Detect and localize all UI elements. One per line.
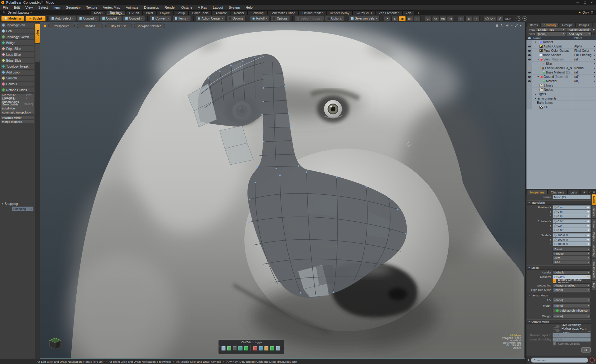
tab-animate[interactable]: Animate: [212, 11, 230, 15]
re-button[interactable]: RE: [440, 16, 446, 21]
expander-icon[interactable]: ▼ +: [535, 41, 539, 43]
effect-cell[interactable]: Final Color: [573, 49, 594, 52]
position-z-field[interactable]: 0 m●◆: [553, 214, 591, 218]
more-dots[interactable]: ...: [588, 329, 591, 332]
tool-retopo-guides[interactable]: Retopo Guides: [1, 87, 34, 93]
e-button[interactable]: E: [465, 16, 472, 21]
visibility-eye-icon[interactable]: [526, 75, 532, 79]
visibility-cell[interactable]: [526, 40, 532, 44]
effect-caret-icon[interactable]: ▾: [594, 71, 596, 74]
popout-icon[interactable]: ⤢: [589, 190, 591, 194]
effect-caret-icon[interactable]: ▾: [594, 80, 596, 82]
p-button[interactable]: P: [458, 16, 465, 21]
visibility-cell[interactable]: [526, 88, 532, 92]
tab-game-tools[interactable]: Game Tools: [188, 11, 212, 15]
menu-system[interactable]: System: [226, 6, 243, 9]
menu-vray[interactable]: V-Ray: [195, 6, 210, 9]
tab-zen-presenter[interactable]: Zen Presenter: [376, 11, 402, 15]
action-center-button[interactable]: Action Center▾: [195, 16, 225, 21]
tab-scripting[interactable]: Scripting: [248, 11, 267, 15]
shader-tree-empty-area[interactable]: [526, 109, 596, 189]
tab-shading[interactable]: Shading: [541, 23, 559, 27]
effect-caret-icon[interactable]: ▾: [594, 58, 596, 61]
menu-vertex-map[interactable]: Vertex Map: [100, 6, 123, 9]
effect-cell[interactable]: Normal: [573, 66, 594, 70]
assign-material-button[interactable]: Assign Material: [567, 27, 591, 32]
effect-cell[interactable]: Alpha: [573, 45, 594, 48]
effect-caret-icon[interactable]: ▾: [594, 63, 596, 65]
render-dropdown[interactable]: Default: [553, 270, 591, 275]
tray-tool-icon-6[interactable]: [253, 346, 257, 351]
tool-add-loop[interactable]: Add Loop: [1, 69, 34, 75]
rotation-z-field[interactable]: 0.0 °●◆: [553, 228, 591, 232]
cmd-subdivide[interactable]: Subdivide: [1, 106, 34, 110]
tray-tool-icon-10[interactable]: [276, 346, 280, 351]
viewport-3d[interactable]: Perspective Shaded Ray GL: Off Viewport …: [40, 22, 525, 359]
side-tab-mesh[interactable]: Mesh: [592, 194, 596, 205]
ti-button[interactable]: TI: [414, 16, 421, 21]
add-morph-influence-button[interactable]: Add Morph Influence: [553, 308, 591, 313]
name-column-header[interactable]: Name: [532, 36, 574, 40]
visibility-eye-icon[interactable]: [526, 49, 532, 53]
viewport-menu-icon[interactable]: ▾: [520, 24, 522, 28]
freeze-dropdown[interactable]: Freeze: [553, 251, 591, 256]
tab-images[interactable]: Images: [576, 23, 592, 27]
menu-file[interactable]: File: [0, 6, 11, 9]
convert-button-3[interactable]: Convert▾: [123, 16, 145, 21]
reset-dropdown[interactable]: Reset: [553, 247, 591, 251]
effect-caret-icon[interactable]: ▾: [594, 50, 596, 52]
visibility-cell[interactable]: [526, 101, 532, 105]
uv-dropdown[interactable]: (none): [553, 298, 591, 302]
side-tab-curve[interactable]: Curve: [592, 219, 596, 230]
tool-loop-slice[interactable]: Loop Slice: [1, 52, 34, 57]
menu-item[interactable]: Item: [51, 6, 63, 9]
tab-octanerender[interactable]: OctaneRender: [299, 11, 326, 15]
expander-icon[interactable]: ▼: [537, 58, 539, 60]
tree-row-alpha-output[interactable]: Alpha Output Alpha▾: [526, 44, 596, 49]
smoothing-dropdown[interactable]: Always Enabled: [553, 283, 591, 288]
tool-topology-pen[interactable]: Topology Pen: [1, 22, 34, 28]
tool-contour[interactable]: Contour: [1, 81, 34, 87]
gear-icon[interactable]: ⚙: [590, 11, 594, 15]
transform-section-header[interactable]: ▼Transform: [527, 200, 591, 205]
menu-octane[interactable]: Octane: [178, 6, 195, 9]
paint-brush-icon[interactable]: ✎: [526, 66, 532, 70]
model-mode-button[interactable]: Model ▦: [1, 16, 24, 21]
items-button[interactable]: Items▾: [172, 16, 191, 21]
expander-icon[interactable]: ►: [535, 93, 537, 95]
tree-row-library[interactable]: Library: [526, 83, 596, 88]
visibility-cell[interactable]: [526, 83, 532, 87]
snapping-section-header[interactable]: ▼Snapping: [0, 202, 35, 206]
effect-caret-icon[interactable]: ▾: [594, 76, 596, 78]
menu-geometry[interactable]: Geometry: [63, 6, 83, 9]
slik-button[interactable]: SLIK: [504, 16, 513, 21]
view-dropdown[interactable]: Shader Tree: [536, 27, 566, 32]
filter-funnel-icon[interactable]: ▼: [592, 28, 595, 31]
add-dropdown[interactable]: Add: [553, 260, 591, 264]
menu-render[interactable]: Render: [162, 6, 178, 9]
select-options-button[interactable]: Options: [325, 16, 344, 21]
menu-dynamics[interactable]: Dynamics: [141, 6, 162, 9]
tray-tool-icon-4[interactable]: [238, 346, 242, 351]
tab-render-vray[interactable]: Render V-Ray: [326, 11, 353, 15]
tree-row-bake-items[interactable]: Bake Items: [526, 101, 596, 105]
tree-row-lights[interactable]: ►Lights: [526, 92, 596, 96]
tab-channels[interactable]: Channels: [548, 190, 567, 194]
effect-column-header[interactable]: Effect: [574, 36, 596, 40]
position-x-field[interactable]: 0 m●◆: [553, 205, 591, 210]
auto-select-button[interactable]: Auto Select▾: [49, 16, 76, 21]
effect-cell[interactable]: (all): [573, 79, 594, 83]
perspective-selector[interactable]: Perspective: [48, 24, 75, 28]
cmd-instance-mirror[interactable]: Instance Mirror: [1, 116, 34, 120]
tree-row-final-color-output[interactable]: Final Color Output Final Color▾: [526, 49, 596, 53]
menu-animate[interactable]: Animate: [123, 6, 141, 9]
zoom-view-icon[interactable]: ⌕: [511, 24, 512, 28]
close-icon[interactable]: ✕: [590, 1, 593, 4]
more-options-button[interactable]: >>: [581, 347, 591, 353]
falloff-options-button[interactable]: Options: [270, 16, 290, 21]
arrow-cursor-icon[interactable]: ➤: [384, 16, 391, 21]
p-plus-button[interactable]: P±: [447, 16, 454, 21]
tree-row-fx[interactable]: FX: [526, 105, 596, 109]
cmd-convert-to-quadrangles[interactable]: Convert to Quadrangles: [1, 98, 34, 102]
active-snap-toggle[interactable]: ▣: [399, 16, 406, 21]
